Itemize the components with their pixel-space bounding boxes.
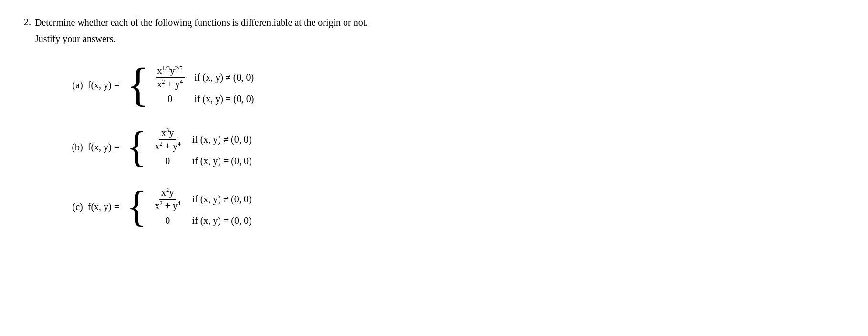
part-b-case2-formula: 0 (153, 156, 182, 167)
part-c-cases: x2y x2 + y4 if (x, y) ≠ (0, 0) 0 if (x, … (153, 187, 251, 226)
part-b-brace: { (126, 126, 147, 168)
part-b-brace-container: { x3y x2 + y4 if (x, y) ≠ (0, 0) 0 if (x… (126, 126, 252, 168)
part-c-condition2: if (x, y) = (0, 0) (192, 215, 251, 226)
part-a-case2-formula: 0 (155, 94, 185, 105)
part-b-case1-formula: x3y x2 + y4 (153, 127, 182, 152)
part-b: (b) f(x, y) = { x3y x2 + y4 if (x, y) ≠ … (43, 126, 835, 168)
part-c-condition1: if (x, y) ≠ (0, 0) (192, 194, 251, 205)
part-a-denominator: x2 + y4 (155, 78, 185, 90)
part-a-condition2: if (x, y) = (0, 0) (194, 94, 254, 105)
part-c-label: (c) f(x, y) = (43, 201, 119, 212)
problem-container: 2. Determine whether each of the followi… (24, 14, 835, 228)
part-b-cases: x3y x2 + y4 if (x, y) ≠ (0, 0) 0 if (x, … (153, 127, 251, 167)
instruction-line2: Justify your answers. (35, 31, 368, 47)
part-a: (a) f(x, y) = { x1/3y2/5 x2 + y4 if (x, … (43, 61, 835, 109)
part-c-denominator: x2 + y4 (153, 200, 182, 211)
part-a-case1-formula: x1/3y2/5 x2 + y4 (155, 65, 185, 90)
problem-header: 2. Determine whether each of the followi… (24, 14, 835, 47)
part-c-case2-formula: 0 (153, 215, 182, 226)
problem-text: Determine whether each of the following … (35, 14, 368, 47)
part-a-brace: { (126, 61, 149, 109)
part-a-cases: x1/3y2/5 x2 + y4 if (x, y) ≠ (0, 0) 0 if… (155, 65, 254, 105)
part-c: (c) f(x, y) = { x2y x2 + y4 if (x, y) ≠ … (43, 185, 835, 228)
part-c-brace: { (126, 185, 147, 228)
parts-container: (a) f(x, y) = { x1/3y2/5 x2 + y4 if (x, … (43, 61, 835, 228)
part-a-label: (a) f(x, y) = (43, 80, 119, 91)
part-c-brace-container: { x2y x2 + y4 if (x, y) ≠ (0, 0) 0 if (x… (126, 185, 252, 228)
part-c-case1-formula: x2y x2 + y4 (153, 187, 182, 211)
part-a-fraction: x1/3y2/5 x2 + y4 (155, 65, 185, 90)
part-a-condition1: if (x, y) ≠ (0, 0) (194, 72, 254, 83)
part-b-label: (b) f(x, y) = (43, 142, 119, 153)
part-a-numerator: x1/3y2/5 (156, 65, 185, 78)
instruction-line1: Determine whether each of the following … (35, 14, 368, 31)
part-a-brace-container: { x1/3y2/5 x2 + y4 if (x, y) ≠ (0, 0) 0 … (126, 61, 254, 109)
part-b-fraction: x3y x2 + y4 (153, 127, 182, 152)
problem-number: 2. (24, 14, 31, 30)
part-b-condition1: if (x, y) ≠ (0, 0) (192, 134, 251, 145)
part-b-denominator: x2 + y4 (153, 140, 182, 152)
part-b-numerator: x3y (159, 127, 176, 140)
part-c-numerator: x2y (159, 187, 176, 200)
part-b-condition2: if (x, y) = (0, 0) (192, 156, 251, 167)
part-c-fraction: x2y x2 + y4 (153, 187, 182, 211)
